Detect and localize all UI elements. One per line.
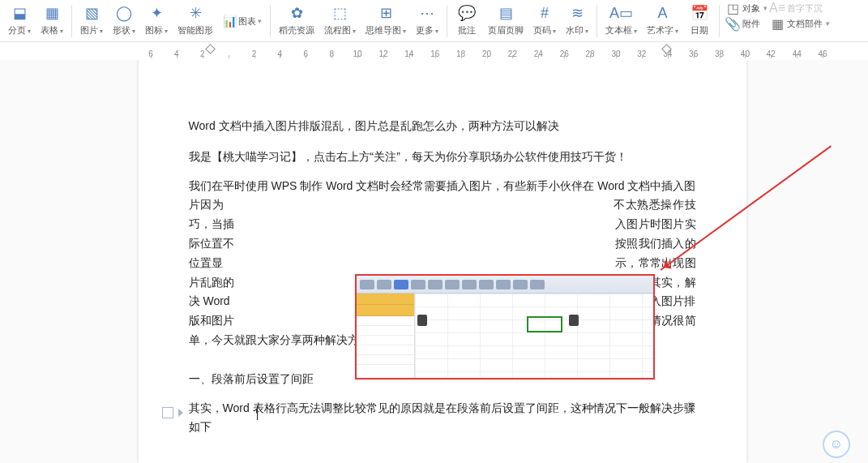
page[interactable]: Word 文档中插入图片排版混乱，图片总是乱跑怎么办，两种方法可以解决 我是【桃… [139, 60, 746, 463]
ruler-tick: 12 [370, 49, 396, 58]
docparts-button[interactable]: ▦ 文档部件 ▾ [771, 17, 830, 30]
toolbar-date-button[interactable]: 📅日期 [683, 2, 716, 36]
margin-square-icon [162, 407, 173, 418]
help-chat-button[interactable]: ☺ [823, 431, 850, 458]
toolbar-pagebreak-button[interactable]: ⬓分页▾ [3, 2, 36, 36]
picture-icon: ▧ [80, 3, 103, 23]
text-cursor [257, 405, 258, 420]
toolbar-textbox-button[interactable]: A▭文本框▾ [601, 2, 642, 36]
toolbar-item-label: 稻壳资源 [279, 24, 314, 36]
attachment-button[interactable]: 📎 附件 [726, 17, 768, 30]
toolbar-item-label: 水印▾ [566, 24, 588, 36]
ruler-tick: 40 [732, 49, 758, 58]
embedded-toolbar [357, 276, 653, 294]
paragraph-title: Word 文档中插入图片排版混乱，图片总是乱跑怎么办，两种方法可以解决 [189, 117, 696, 136]
flowchart-icon: ⬚ [329, 3, 352, 23]
pagebreak-icon: ⬓ [8, 3, 31, 23]
document-area: Word 文档中插入图片排版混乱，图片总是乱跑怎么办，两种方法可以解决 我是【桃… [0, 60, 868, 463]
dropcap-icon: A≡ [771, 2, 784, 15]
toolbar-item-label: 页眉页脚 [488, 24, 524, 36]
toolbar-item-label: 图标▾ [145, 24, 168, 36]
toolbar-item-label: 页码▾ [533, 24, 556, 36]
toolbar-item-label: 分页▾ [8, 24, 31, 36]
object-button[interactable]: ◳ 对象 ▾ [726, 2, 768, 15]
object-icon: ◳ [726, 2, 739, 15]
toolbar-smartart-button[interactable]: ✳智能图形 [173, 2, 218, 36]
toolbar-watermark-button[interactable]: ≋水印▾ [561, 2, 593, 36]
toolbar-item-label: 艺术字▾ [647, 24, 678, 36]
ruler-tick: 2 [242, 49, 267, 58]
toolbar-comment-button[interactable]: 💬批注 [451, 2, 483, 36]
shapes-icon: ◯ [113, 3, 135, 23]
ribbon-toolbar: ⬓分页▾▦表格▾▧图片▾◯形状▾✦图标▾✳智能图形📊图表▾✿稻壳资源⬚流程图▾⊞… [0, 0, 868, 42]
ruler-tick: 10 [344, 49, 370, 58]
toolbar-headerfooter-button[interactable]: ▤页眉页脚 [483, 2, 528, 36]
ruler-tick: 30 [603, 49, 629, 58]
toolbar-picture-button[interactable]: ▧图片▾ [75, 2, 108, 36]
wordart-icon: A [652, 3, 674, 23]
paragraph-body-2: 其实，Word 表格行高无法调整比较常见的原因就是在段落前后设置了间距，这种情况… [189, 399, 696, 438]
ruler-tick: 8 [319, 49, 344, 58]
toolbar-item-label: 智能图形 [177, 24, 213, 36]
ruler-tick: 20 [474, 49, 500, 58]
toolbar-separator [596, 5, 597, 37]
embedded-screenshot[interactable] [355, 274, 655, 379]
embedded-callout-1 [417, 315, 427, 326]
ruler-tick: 38 [707, 49, 733, 58]
toolbar-flowchart-button[interactable]: ⬚流程图▾ [319, 2, 361, 36]
toolbar-separator [447, 5, 447, 37]
smiley-icon: ☺ [830, 437, 843, 452]
object-label: 对象 [742, 2, 760, 15]
ruler-tick: 6 [138, 49, 164, 58]
toolbar-item-label: 更多▾ [416, 24, 438, 36]
chart-icon: 📊 [223, 15, 237, 28]
textbox-icon: A▭ [610, 3, 633, 23]
more-icon: ⋯ [416, 3, 438, 23]
ruler-tick: 44 [784, 49, 810, 58]
ruler-tick: 28 [577, 49, 603, 58]
toolbar-item-label: 思维导图▾ [366, 24, 406, 36]
ruler-tick: 14 [396, 49, 422, 58]
horizontal-ruler[interactable]: 6422468101214161820222426283032343638404… [0, 42, 868, 60]
toolbar-separator [719, 5, 720, 37]
toolbar-shapes-button[interactable]: ◯形状▾ [108, 2, 140, 36]
smartart-icon: ✳ [184, 3, 207, 23]
docparts-label: 文档部件 [787, 18, 823, 30]
ruler-tick: 32 [629, 49, 655, 58]
toolbar-right-group: ◳ 对象 ▾ 📎 附件 [726, 2, 768, 30]
docer-icon: ✿ [285, 3, 308, 23]
headerfooter-icon: ▤ [494, 3, 517, 23]
toolbar-pagenum-button[interactable]: #页码▾ [528, 2, 561, 36]
comment-icon: 💬 [455, 3, 478, 23]
toolbar-wordart-button[interactable]: A艺术字▾ [642, 2, 683, 36]
ruler-tick: 22 [499, 49, 525, 58]
toolbar-item-label: 表格▾ [41, 24, 63, 36]
paragraph-intro: 我是【桃大喵学习记】，点击右上方“关注”，每天为你分享职场办公软件使用技巧干货！ [189, 148, 696, 167]
toolbar-item-label: 文本框▾ [605, 24, 637, 36]
toolbar-right-group-2: A≡ 首字下沉 ▦ 文档部件 ▾ [771, 2, 830, 30]
ruler-tick: 6 [293, 49, 319, 58]
toolbar-separator [270, 5, 271, 37]
watermark-icon: ≋ [566, 3, 588, 23]
ruler-tick: 4 [164, 49, 190, 58]
toolbar-item-label: 日期 [691, 24, 708, 36]
ruler-tick: 36 [681, 49, 707, 58]
embedded-callout-2 [569, 315, 579, 326]
margin-control[interactable] [162, 407, 183, 418]
ruler-tick: 18 [448, 49, 474, 58]
toolbar-docer-button[interactable]: ✿稻壳资源 [274, 2, 319, 36]
docparts-icon: ▦ [771, 17, 784, 30]
toolbar-items: ⬓分页▾▦表格▾▧图片▾◯形状▾✦图标▾✳智能图形📊图表▾✿稻壳资源⬚流程图▾⊞… [3, 2, 716, 41]
toolbar-table-button[interactable]: ▦表格▾ [36, 2, 68, 36]
margin-triangle-icon [178, 409, 183, 417]
dropcap-label: 首字下沉 [787, 2, 823, 15]
paperclip-icon: 📎 [726, 17, 739, 30]
toolbar-more-button[interactable]: ⋯更多▾ [411, 2, 443, 36]
toolbar-icons-button[interactable]: ✦图标▾ [140, 2, 173, 36]
toolbar-mindmap-button[interactable]: ⊞思维导图▾ [361, 2, 411, 36]
toolbar-chart-button[interactable]: 📊图表▾ [218, 2, 267, 39]
ruler-tick: 26 [551, 49, 577, 58]
dropcap-button[interactable]: A≡ 首字下沉 [771, 2, 830, 15]
embedded-row-headers [357, 294, 415, 378]
ruler-tick: 4 [267, 49, 293, 58]
